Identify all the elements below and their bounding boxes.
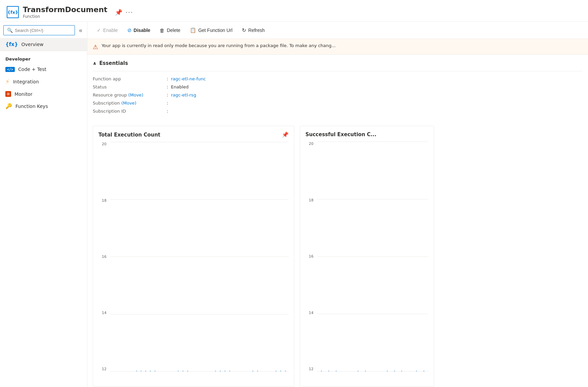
warning-icon: ⚠️ — [93, 43, 98, 50]
y-label-20: 20 — [102, 142, 107, 146]
enable-label: Enable — [103, 28, 118, 33]
subscription-id-colon: : — [167, 108, 168, 114]
lightning-icon: ⚡ — [5, 78, 10, 85]
chart-successful-body: 20 18 16 14 12 — [305, 142, 428, 381]
bar — [387, 371, 388, 371]
chart-successful-title: Successful Execution C... — [305, 131, 376, 138]
bar — [280, 371, 281, 371]
bar-group-38 — [283, 371, 287, 371]
key-icon: 🔑 — [5, 103, 12, 109]
search-input-wrapper[interactable]: 🔍 — [3, 25, 75, 35]
sidebar-item-code-test-label: Code + Test — [18, 67, 46, 72]
y-label-s-18: 18 — [309, 198, 313, 202]
s-bar-2 — [326, 371, 332, 371]
bar-group-17 — [186, 371, 190, 371]
refresh-label: Refresh — [248, 28, 265, 33]
search-icon: 🔍 — [7, 28, 13, 33]
sidebar: 🔍 « {fx} Overview Developer </> Code + T… — [0, 22, 87, 387]
bar-group-26 — [227, 371, 232, 371]
chart-total-pin-icon[interactable]: 📌 — [282, 131, 289, 138]
chart-total-title: Total Execution Count — [98, 132, 160, 138]
bar — [187, 371, 188, 371]
check-icon: ✓ — [97, 27, 101, 33]
collapse-sidebar-button[interactable]: « — [77, 26, 84, 35]
bar — [224, 371, 225, 371]
content-area: ✓ Enable ⊘ Disable 🗑 Delete 📋 Get Functi… — [87, 22, 588, 387]
delete-button[interactable]: 🗑 Delete — [156, 26, 184, 35]
y-axis-successful: 20 18 16 14 12 — [305, 142, 316, 371]
more-options-icon[interactable]: ··· — [126, 9, 133, 16]
copy-icon: 📋 — [190, 27, 196, 33]
bar-group-6 — [134, 371, 138, 371]
trash-icon: 🗑 — [160, 28, 165, 33]
charts-section: Total Execution Count 📌 20 18 16 14 12 — [87, 119, 588, 387]
delete-label: Delete — [167, 28, 180, 33]
grid-line-4 — [110, 371, 289, 372]
bar-group-31 — [251, 371, 255, 371]
sidebar-item-monitor[interactable]: ⊞ Monitor — [0, 88, 87, 100]
function-app-label: Function app — [93, 76, 167, 81]
y-label-14: 14 — [102, 311, 107, 315]
bar-group-32 — [255, 371, 259, 371]
y-label-18: 18 — [102, 198, 107, 203]
sidebar-item-code-test[interactable]: </> Code + Test — [0, 64, 87, 75]
y-label-s-14: 14 — [309, 311, 313, 315]
disable-button[interactable]: ⊘ Disable — [123, 25, 155, 35]
disable-label: Disable — [134, 28, 151, 33]
bar — [358, 371, 359, 371]
essentials-row-status: Status : Enabled — [93, 84, 583, 89]
y-axis-total: 20 18 16 14 12 — [98, 142, 109, 371]
s-bar-14 — [413, 371, 420, 371]
chart-total-body: 20 18 16 14 12 — [98, 142, 289, 381]
bar — [155, 371, 156, 371]
toolbar: ✓ Enable ⊘ Disable 🗑 Delete 📋 Get Functi… — [87, 22, 588, 39]
app-subtitle: Function — [23, 14, 108, 19]
sidebar-item-monitor-label: Monitor — [14, 91, 32, 97]
sidebar-item-integration[interactable]: ⚡ Integration — [0, 75, 87, 88]
bar-group-16 — [181, 371, 185, 371]
pin-icon[interactable]: 📌 — [115, 9, 122, 16]
sidebar-item-function-keys-label: Function Keys — [15, 104, 48, 109]
subscription-id-label: Subscription ID — [93, 109, 167, 114]
search-input[interactable] — [15, 28, 71, 33]
subscription-colon: : — [167, 100, 168, 106]
bar — [145, 371, 146, 371]
bar — [365, 371, 366, 371]
s-bar-3 — [333, 371, 339, 371]
bar — [257, 371, 258, 371]
chart-total-bars — [110, 142, 289, 371]
bar — [136, 371, 137, 371]
sidebar-item-overview[interactable]: {fx} Overview — [0, 38, 87, 51]
refresh-icon: ↻ — [242, 27, 246, 33]
essentials-title: Essentials — [99, 60, 128, 66]
essentials-row-subscription-id: Subscription ID : — [93, 108, 583, 114]
bar — [215, 371, 216, 371]
sidebar-item-function-keys[interactable]: 🔑 Function Keys — [0, 100, 87, 112]
sidebar-item-integration-label: Integration — [13, 79, 39, 84]
chart-successful-header: Successful Execution C... — [305, 131, 428, 138]
refresh-button[interactable]: ↻ Refresh — [238, 25, 269, 35]
bar — [182, 371, 183, 371]
chart-total-execution: Total Execution Count 📌 20 18 16 14 12 — [93, 126, 294, 387]
status-label: Status — [93, 84, 167, 89]
bar — [423, 371, 424, 371]
status-colon: : — [167, 84, 168, 89]
essentials-header[interactable]: ∧ Essentials — [93, 60, 583, 66]
s-bar-6 — [355, 371, 362, 371]
resource-group-value[interactable]: ragc-etl-rsg — [171, 92, 196, 98]
bar — [401, 371, 402, 371]
bar-group-10 — [153, 371, 157, 371]
app-title: TransformDocument — [23, 5, 108, 14]
get-function-url-button[interactable]: 📋 Get Function Url — [186, 25, 237, 35]
bar-group-23 — [214, 371, 218, 371]
code-icon: </> — [5, 67, 15, 72]
function-app-colon: : — [167, 76, 168, 81]
y-label-s-12: 12 — [309, 367, 313, 371]
bar — [178, 371, 179, 371]
bar-group-25 — [223, 371, 227, 371]
enable-button[interactable]: ✓ Enable — [93, 25, 122, 35]
function-icon: {fx} — [5, 41, 18, 47]
header-actions: 📌 ··· — [115, 9, 133, 16]
function-app-value[interactable]: ragc-etl-ne-func — [171, 76, 206, 81]
chart-successful-plot — [317, 142, 428, 371]
